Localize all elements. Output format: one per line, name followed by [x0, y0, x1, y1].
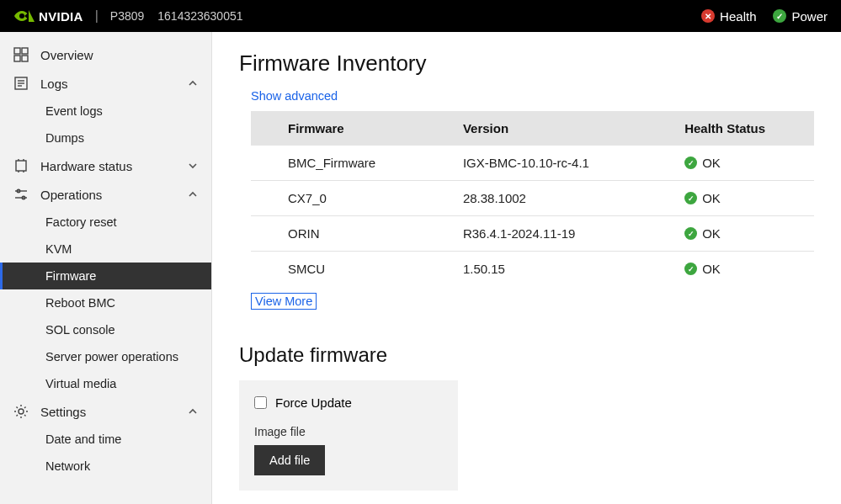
sidebar-item-logs[interactable]: Logs: [0, 69, 211, 98]
cell-firmware: BMC_Firmware: [251, 146, 426, 181]
col-firmware: Firmware: [251, 111, 426, 146]
host-info: P3809 1614323630051: [110, 9, 243, 23]
brand-text: NVIDIA: [39, 9, 83, 24]
label: Reboot BMC: [45, 296, 115, 310]
sidebar-item-settings[interactable]: Settings: [0, 397, 211, 426]
sidebar-item-factory-reset[interactable]: Factory reset: [0, 209, 211, 236]
cell-version: 1.50.15: [426, 252, 647, 287]
host-model: P3809: [110, 9, 144, 23]
main-content: Firmware Inventory Show advanced Firmwar…: [212, 32, 841, 504]
table-row: BMC_FirmwareIGX-BMC-10.10-rc-4.1✓OK: [251, 146, 814, 181]
cell-firmware: ORIN: [251, 216, 426, 252]
firmware-table: Firmware Version Health Status BMC_Firmw…: [251, 111, 814, 286]
svg-rect-0: [14, 48, 20, 54]
sidebar-item-network[interactable]: Network: [0, 453, 211, 480]
gear-icon: [13, 404, 29, 419]
chevron-down-icon: [188, 159, 198, 173]
sidebar-item-date-time[interactable]: Date and time: [0, 426, 211, 453]
host-serial: 1614323630051: [157, 9, 242, 23]
ok-icon: ✓: [684, 192, 697, 204]
sidebar-item-virtual-media[interactable]: Virtual media: [0, 370, 211, 397]
svg-rect-3: [22, 56, 28, 61]
cell-version: R36.4.1-2024.11-19: [426, 216, 647, 252]
table-row: SMCU1.50.15✓OK: [251, 252, 814, 287]
sidebar-item-reboot-bmc[interactable]: Reboot BMC: [0, 289, 211, 316]
label: Virtual media: [45, 377, 116, 390]
nvidia-eye-icon: [13, 8, 35, 24]
ok-icon: ✓: [684, 157, 697, 169]
logo[interactable]: NVIDIA: [13, 8, 83, 24]
health-bad-icon: ✕: [701, 9, 715, 23]
sidebar: Overview Logs Event logs Dumps Hardware …: [0, 32, 212, 504]
force-update-row[interactable]: Force Update: [254, 395, 443, 410]
force-update-label: Force Update: [275, 395, 352, 410]
topbar: NVIDIA | P3809 1614323630051 ✕ Health ✓ …: [0, 0, 841, 32]
cell-version: 28.38.1002: [426, 181, 647, 216]
label: Overview: [40, 48, 93, 62]
chip-icon: [13, 158, 29, 173]
cell-firmware: CX7_0: [251, 181, 426, 216]
label: Logs: [40, 77, 68, 91]
sidebar-item-operations[interactable]: Operations: [0, 180, 211, 209]
col-version: Version: [426, 111, 647, 146]
label: Settings: [40, 405, 86, 419]
dashboard-icon: [13, 47, 29, 62]
label: Dumps: [45, 131, 84, 145]
view-more-link[interactable]: View More: [251, 293, 317, 310]
health-label: Health: [720, 9, 756, 24]
table-row: ORINR36.4.1-2024.11-19✓OK: [251, 216, 814, 252]
cell-health: ✓OK: [647, 146, 814, 181]
table-row: CX7_028.38.1002✓OK: [251, 181, 814, 216]
label: Hardware status: [40, 159, 132, 173]
label: KVM: [45, 242, 72, 256]
sidebar-item-firmware[interactable]: Firmware: [0, 263, 211, 289]
show-advanced-link[interactable]: Show advanced: [251, 89, 338, 103]
image-file-label: Image file: [254, 425, 443, 438]
health-status[interactable]: ✕ Health: [701, 9, 756, 24]
cell-version: IGX-BMC-10.10-rc-4.1: [426, 146, 647, 181]
cell-firmware: SMCU: [251, 252, 426, 287]
update-firmware-box: Force Update Image file Add file: [239, 380, 458, 491]
sidebar-item-server-power[interactable]: Server power operations: [0, 343, 211, 370]
power-label: Power: [791, 9, 828, 24]
label: Event logs: [45, 104, 103, 118]
force-update-checkbox[interactable]: [254, 396, 267, 409]
label: Factory reset: [45, 215, 117, 229]
sidebar-item-sol-console[interactable]: SOL console: [0, 316, 211, 343]
sidebar-item-event-logs[interactable]: Event logs: [0, 98, 211, 125]
divider: |: [95, 8, 98, 24]
sidebar-item-dumps[interactable]: Dumps: [0, 125, 211, 151]
sidebar-item-overview[interactable]: Overview: [0, 40, 211, 69]
ok-icon: ✓: [684, 227, 697, 240]
label: Server power operations: [45, 350, 178, 363]
update-firmware-title: Update firmware: [239, 343, 814, 367]
label: Date and time: [45, 432, 121, 446]
sidebar-item-kvm[interactable]: KVM: [0, 236, 211, 263]
chevron-up-icon: [188, 77, 198, 91]
cell-health: ✓OK: [647, 252, 814, 287]
label: Operations: [40, 188, 102, 202]
label: Firmware: [45, 269, 96, 283]
svg-rect-1: [22, 48, 28, 54]
ok-icon: ✓: [684, 263, 697, 275]
svg-point-17: [19, 409, 24, 414]
chevron-up-icon: [188, 405, 198, 419]
svg-rect-8: [16, 161, 26, 171]
label: Network: [45, 459, 90, 473]
cell-health: ✓OK: [647, 216, 814, 252]
sidebar-item-hardware-status[interactable]: Hardware status: [0, 151, 211, 180]
cell-health: ✓OK: [647, 181, 814, 216]
add-file-button[interactable]: Add file: [254, 445, 325, 475]
svg-rect-2: [14, 56, 20, 61]
chevron-up-icon: [188, 188, 198, 202]
sliders-icon: [13, 187, 29, 202]
col-health: Health Status: [647, 111, 814, 146]
logs-icon: [13, 76, 29, 91]
page-title: Firmware Inventory: [239, 50, 814, 77]
label: SOL console: [45, 323, 114, 337]
power-status[interactable]: ✓ Power: [773, 9, 828, 24]
power-ok-icon: ✓: [773, 9, 786, 23]
